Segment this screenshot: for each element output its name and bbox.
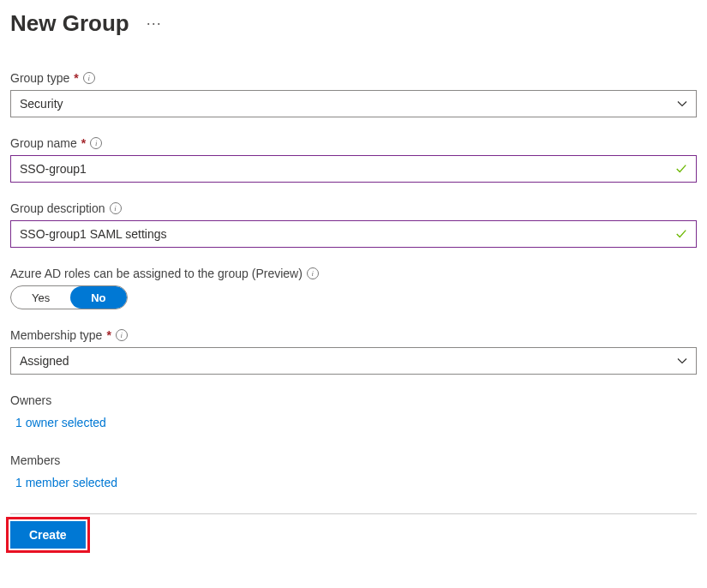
- group-name-label: Group name * i: [10, 136, 697, 150]
- page-title: New Group: [10, 10, 129, 37]
- membership-type-select[interactable]: Assigned: [10, 347, 697, 375]
- members-link[interactable]: 1 member selected: [10, 476, 117, 489]
- owners-section: Owners 1 owner selected: [10, 393, 697, 438]
- page-header: New Group ···: [10, 10, 697, 37]
- info-icon[interactable]: i: [90, 137, 102, 149]
- field-group-description: Group description i SSO-group1 SAML sett…: [10, 201, 697, 248]
- create-button[interactable]: Create: [10, 521, 86, 549]
- field-group-name: Group name * i SSO-group1: [10, 136, 697, 183]
- group-description-input[interactable]: SSO-group1 SAML settings: [10, 220, 697, 248]
- field-group-type: Group type * i Security: [10, 71, 697, 117]
- checkmark-icon: [675, 228, 687, 240]
- required-marker: *: [106, 328, 111, 342]
- owners-label: Owners: [10, 393, 697, 407]
- toggle-no[interactable]: No: [70, 286, 126, 309]
- footer: Create: [10, 513, 697, 549]
- group-type-value: Security: [20, 97, 677, 111]
- toggle-yes[interactable]: Yes: [11, 286, 70, 309]
- field-azure-roles: Azure AD roles can be assigned to the gr…: [10, 267, 697, 309]
- info-icon[interactable]: i: [110, 202, 122, 214]
- membership-type-label: Membership type * i: [10, 328, 697, 342]
- info-icon[interactable]: i: [116, 329, 128, 341]
- group-description-value: SSO-group1 SAML settings: [20, 227, 675, 241]
- group-name-input[interactable]: SSO-group1: [10, 155, 697, 183]
- members-label: Members: [10, 453, 697, 467]
- group-type-select[interactable]: Security: [10, 90, 697, 117]
- members-section: Members 1 member selected: [10, 453, 697, 498]
- chevron-down-icon: [677, 356, 687, 366]
- group-name-value: SSO-group1: [20, 162, 675, 176]
- azure-roles-toggle[interactable]: Yes No: [10, 285, 128, 309]
- chevron-down-icon: [677, 99, 687, 109]
- owners-link[interactable]: 1 owner selected: [10, 416, 106, 429]
- required-marker: *: [74, 71, 78, 85]
- info-icon[interactable]: i: [83, 72, 95, 84]
- required-marker: *: [81, 136, 86, 150]
- checkmark-icon: [675, 163, 687, 175]
- info-icon[interactable]: i: [307, 267, 319, 279]
- group-type-label: Group type * i: [10, 71, 697, 85]
- more-options-icon[interactable]: ···: [147, 15, 162, 33]
- membership-type-value: Assigned: [20, 354, 677, 368]
- field-membership-type: Membership type * i Assigned: [10, 328, 697, 375]
- group-description-label: Group description i: [10, 201, 697, 215]
- azure-roles-label: Azure AD roles can be assigned to the gr…: [10, 267, 697, 280]
